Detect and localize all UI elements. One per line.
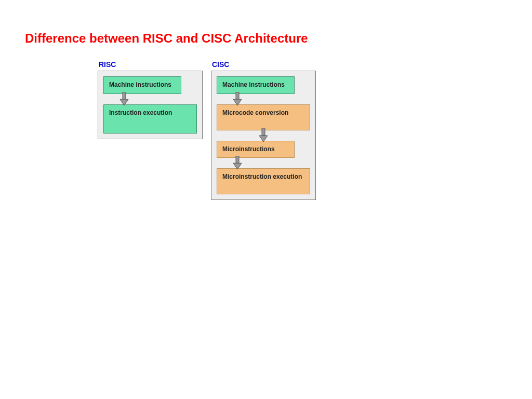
cisc-label: CISC: [211, 60, 316, 69]
diagram-area: RISC Machine instructions Instruction ex…: [98, 60, 316, 200]
risc-label: RISC: [98, 60, 203, 69]
cisc-step-microinstructions: Microinstructions: [217, 141, 295, 158]
risc-step-machine-instructions: Machine instructions: [103, 76, 181, 94]
svg-rect-4: [262, 128, 265, 136]
cisc-step-machine-instructions: Machine instructions: [217, 76, 295, 94]
arrow-down-icon: [217, 128, 310, 143]
svg-rect-0: [123, 92, 126, 99]
cisc-step-microinstruction-execution: Microinstruction execution: [217, 168, 310, 194]
risc-panel: Machine instructions Instruction executi…: [98, 71, 203, 139]
arrow-down-icon: [103, 92, 212, 107]
svg-marker-1: [120, 99, 128, 105]
arrow-down-icon: [217, 92, 326, 107]
cisc-step-microcode-conversion: Microcode conversion: [217, 104, 310, 130]
svg-rect-6: [236, 156, 239, 163]
cisc-panel: Machine instructions Microcode conversio…: [211, 71, 316, 200]
arrow-down-icon: [217, 156, 326, 170]
risc-column: RISC Machine instructions Instruction ex…: [98, 60, 203, 200]
cisc-column: CISC Machine instructions Microcode conv…: [211, 60, 316, 200]
risc-step-instruction-execution: Instruction execution: [103, 104, 197, 134]
svg-rect-2: [236, 92, 239, 99]
page-title: Difference between RISC and CISC Archite…: [25, 31, 308, 46]
svg-marker-3: [233, 99, 242, 105]
svg-marker-7: [233, 163, 242, 169]
svg-marker-5: [259, 136, 268, 142]
